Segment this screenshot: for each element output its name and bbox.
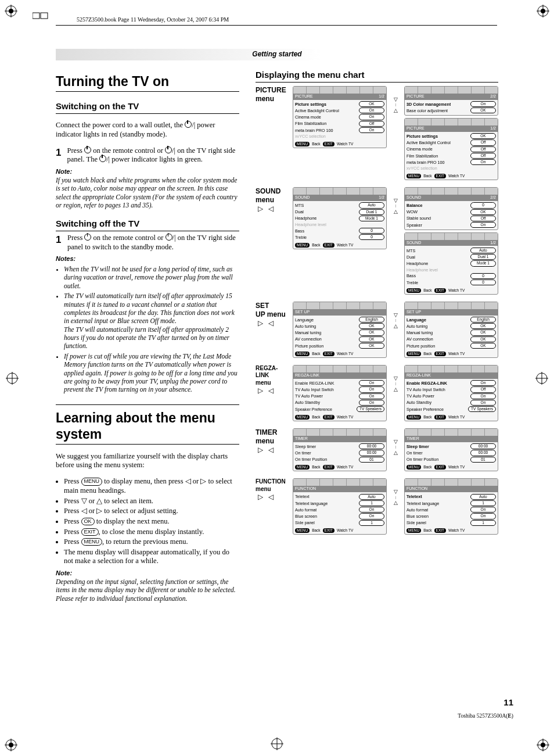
menu-item: Manual tuningOK <box>406 329 496 336</box>
menu-item: Auto formatOn <box>406 507 496 513</box>
osd-menu-box: PICTURE2/23D Color managementOnBase colo… <box>404 86 498 116</box>
menu-item: On timer00:00 <box>406 450 496 456</box>
menu-item-value: Auto <box>470 494 496 500</box>
menu-item-value: Dual 1 <box>359 209 384 215</box>
menu-item-label: Auto tuning <box>295 324 316 329</box>
step-text: Press on the remote control or /| on the… <box>67 146 239 164</box>
menu-item-value: On <box>470 513 496 519</box>
menu-item-value: On <box>359 108 384 113</box>
triangle-left-icon: ◁ <box>268 205 274 213</box>
menu-item-value: OK <box>359 343 384 349</box>
menu-tab-row <box>405 366 498 372</box>
menu-item: Speaker PreferenceTV Speakers <box>406 406 496 412</box>
osd-menu-box: REGZA-LINKEnable REGZA-LINKOnTV Auto Inp… <box>293 365 387 421</box>
osd-menu-box: SOUND1/2MTSAutoDualDual 1HeadphoneMode 1… <box>293 187 387 249</box>
menu-item-value: Off <box>470 216 496 221</box>
menu-item: Treble0 <box>406 279 496 285</box>
menu-item: Auto formatOn <box>295 507 384 513</box>
menu-item-value: On <box>470 400 496 406</box>
triangle-down-icon: ▽ <box>394 198 398 204</box>
crop-mark-icon <box>537 739 549 751</box>
menu-item: TeletextAuto <box>406 493 496 500</box>
menu-item-label: Manual tuning <box>406 330 433 335</box>
triangle-up-icon: △ <box>394 209 398 215</box>
menu-item-value: On <box>470 393 496 399</box>
menu-footer: MENUBackEXITWatch TV <box>293 527 386 534</box>
osd-menu-box: FUNCTIONTeletextAutoTeletext language1Au… <box>404 478 498 535</box>
menu-item-label: On timer Position <box>295 457 327 462</box>
menu-item: meta brain PRO 100On <box>295 127 384 133</box>
menu-item-label: Speaker <box>406 223 422 228</box>
menu-item-label: TV Auto Input Switch <box>406 387 445 392</box>
triangle-down-icon: ▽ <box>394 96 398 103</box>
menu-item-value: OK <box>359 329 384 335</box>
menu-item-label: Treble <box>295 235 307 240</box>
menu-item-label: MTS <box>406 248 415 253</box>
exit-pill-icon: EXIT <box>323 142 334 146</box>
menu-pill-icon: MENU <box>295 352 310 356</box>
menu-item-value: OK <box>470 343 496 349</box>
menu-tab-row <box>293 87 386 94</box>
menu-pill-icon: MENU <box>295 528 310 533</box>
menu-item: LanguageEnglish <box>406 317 496 323</box>
menu-item-value: On <box>359 507 384 513</box>
triangle-up-icon: △ <box>394 386 398 393</box>
menu-item: LanguageEnglish <box>295 317 384 323</box>
menu-item-label: Enable REGZA-LINK <box>295 381 334 386</box>
menu-tab-row <box>293 366 386 372</box>
nav-arrows: ▽|△ <box>391 187 400 215</box>
menu-title-bar: PICTURE1/2 <box>405 126 498 132</box>
menu-item-value: On <box>359 400 384 406</box>
menu-item-value: On <box>470 380 496 386</box>
divider <box>56 404 239 405</box>
menu-tab-row <box>405 87 498 94</box>
note-heading: Note: <box>56 569 239 578</box>
triangle-down-icon: ▽ <box>394 312 398 318</box>
menu-title-bar: TIMER <box>405 436 498 442</box>
menu-title-bar: TIMER <box>293 436 386 442</box>
menu-footer: MENUBackEXITWatch TV <box>405 350 498 357</box>
menu-item-label: Film Stabilization <box>295 121 326 126</box>
menu-item-label: On timer Position <box>406 457 438 462</box>
menu-item-label: Active Backlight Control <box>295 108 339 113</box>
menu-item-value: 0 <box>470 280 496 285</box>
triangle-up-icon: △ <box>394 500 398 506</box>
bullet-item: The menu display will disappear automati… <box>64 548 239 566</box>
menu-item: Cinema modeOn <box>295 114 384 120</box>
menu-item: Enable REGZA-LINKOn <box>406 380 496 386</box>
menu-item-label: Headphone <box>406 261 428 266</box>
menu-item: xvYCC selection <box>406 166 496 171</box>
menu-item: Active Backlight ControlOff <box>406 139 496 146</box>
registration-mark-icon <box>6 372 19 385</box>
osd-menu-box: TIMERSleep timer00:00On timer00:00On tim… <box>404 428 498 472</box>
menu-item-label: Speaker Preference <box>295 407 332 412</box>
menu-item-value: On <box>470 507 496 513</box>
svg-rect-25 <box>33 13 39 19</box>
bullet-item: Press MENU to display menu, then press ◁… <box>64 477 239 495</box>
menu-item-value: On <box>359 393 384 399</box>
menu-item: On timer00:00 <box>295 450 384 456</box>
exit-pill-icon: EXIT <box>323 465 334 470</box>
osd-menu-box: SOUND1/2MTSAutoDualDual 1HeadphoneMode 1… <box>404 232 498 295</box>
menu-item: meta brain PRO 100On <box>406 159 496 166</box>
menu-tab-row <box>293 429 386 436</box>
osd-menu-box: SET UPLanguageEnglishAuto tuningOKManual… <box>404 302 498 358</box>
menu-item: Teletext language1 <box>295 500 384 506</box>
menu-item-label: Sleep timer <box>295 444 316 449</box>
menu-item-value: 00:00 <box>359 443 384 449</box>
menu-item-label: Active Backlight Control <box>406 140 451 145</box>
menu-item-value: Off <box>470 153 496 159</box>
menu-item: WOWOK <box>406 209 496 215</box>
menu-item-label: Stable sound <box>406 216 431 221</box>
registration-mark-icon <box>271 737 283 750</box>
triangle-right-icon: ▷ <box>258 319 263 327</box>
exit-pill-icon: EXIT <box>323 243 334 248</box>
menu-item: Blue screenOn <box>295 513 384 519</box>
notes-heading: Notes: <box>56 255 239 263</box>
menu-item-label: TV Auto Power <box>406 393 434 399</box>
menu-item-value: On <box>470 159 496 165</box>
step-text: Press on the remote control or /| on the… <box>67 234 239 252</box>
menu-item: On timer Position01 <box>406 456 496 463</box>
menu-item-value: Mode 1 <box>359 216 384 221</box>
osd-menu-box: REGZA-LINKEnable REGZA-LINKOnTV Auto Inp… <box>404 365 498 421</box>
